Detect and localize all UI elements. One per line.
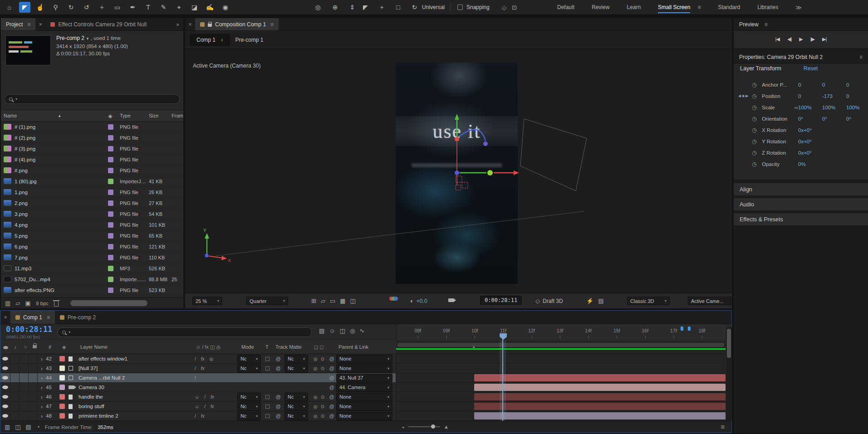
track-matte-dropdown[interactable]: Nc▾	[284, 402, 308, 411]
stopwatch-icon[interactable]: ◷	[752, 93, 762, 99]
workspace-menu-icon[interactable]: ≡	[697, 4, 701, 10]
composition-mini-flowchart-icon[interactable]: ▤	[319, 328, 324, 334]
column-mode[interactable]: Mode	[241, 344, 254, 350]
rectangle-tool[interactable]: ▭	[112, 2, 123, 13]
parent-dropdown[interactable]: 44. Camera▾	[336, 383, 392, 392]
matte-invert-toggle-icon[interactable]: ⊙	[321, 366, 324, 371]
solo-toggle[interactable]	[20, 411, 29, 420]
parent-pick-whip-icon[interactable]: @	[327, 413, 336, 419]
tab-overflow-icon[interactable]: »	[172, 18, 183, 30]
label-column-icon[interactable]: ◈	[108, 113, 120, 119]
matte-pick-whip-icon[interactable]: @	[274, 356, 283, 361]
playhead-head[interactable]	[500, 333, 507, 340]
step-forward-button[interactable]: |▶	[810, 36, 814, 42]
switch-fx-icon[interactable]: fx	[211, 395, 214, 400]
mode-dropdown[interactable]: Nc▾	[237, 355, 261, 363]
timeline-vertical-scrollbar[interactable]	[726, 327, 732, 421]
column-type[interactable]: Type	[120, 113, 149, 118]
layer-duration-bar[interactable]	[474, 374, 726, 381]
project-item-row[interactable]: 1.pngPNG file26 KB	[1, 187, 183, 198]
layer-label-chip[interactable]	[59, 385, 65, 390]
layer-expand-chevron[interactable]: ›	[38, 365, 46, 372]
toggle-transfer-controls-pane-icon[interactable]: ◫	[15, 424, 20, 430]
video-toggle[interactable]	[0, 373, 10, 382]
workspace-libraries[interactable]: Libraries	[757, 0, 778, 15]
ruler-tick[interactable]: 13f	[557, 328, 564, 333]
chevron-down-icon[interactable]: ▾	[69, 330, 70, 334]
toggle-mask-path-visibility-icon[interactable]: ▱	[321, 298, 325, 304]
property-value[interactable]: 0°	[822, 116, 846, 122]
breadcrumb-parent-comp[interactable]: Pre-comp 1	[235, 37, 263, 43]
show-channel-icon[interactable]	[389, 297, 396, 301]
solo-toggle[interactable]	[20, 383, 29, 392]
project-item-row[interactable]: 4.pngPNG file101 KB	[1, 219, 183, 230]
layer-duration-bar[interactable]	[474, 412, 726, 419]
hide-shy-layers-icon[interactable]: ☺	[329, 328, 335, 334]
preserve-transparency-toggle[interactable]	[265, 357, 270, 361]
keyframe-diamond-icon[interactable]: ◆	[742, 94, 745, 98]
project-item-row[interactable]: 11.mp3MP3526 KB	[1, 263, 183, 274]
property-value[interactable]: 0°	[846, 116, 868, 122]
track-matte-dropdown[interactable]: Nc▾	[284, 393, 308, 401]
switch-motion-blur-icon[interactable]: ◎	[210, 356, 214, 361]
parent-dropdown[interactable]: None▾	[336, 412, 392, 420]
tab-composition[interactable]: Composition Comp 1 ≡	[195, 18, 279, 30]
property-value[interactable]: 0	[798, 93, 822, 99]
roto-brush-tool[interactable]: ✍	[204, 2, 216, 13]
panel-menu-icon[interactable]: ≡	[47, 314, 50, 321]
file-name[interactable]: 1 (80).jpg	[15, 179, 108, 184]
graph-row[interactable]	[396, 373, 726, 383]
layer-name[interactable]: after effects window1	[78, 356, 192, 361]
video-toggle[interactable]	[0, 411, 10, 420]
type-tool[interactable]: T	[142, 2, 154, 13]
switch-quality-icon[interactable]: /	[195, 366, 196, 371]
layer-duration-bar[interactable]	[474, 384, 726, 391]
matte-invert-toggle-icon[interactable]: ⊙	[321, 356, 324, 361]
project-item-row[interactable]: after effects.PNGPNG file523 KB	[1, 285, 183, 296]
stopwatch-icon[interactable]: ◷	[752, 150, 762, 156]
horizontal-scrollbar[interactable]	[70, 300, 147, 306]
parent-pick-whip-icon[interactable]: @	[327, 356, 336, 361]
layer-expand-chevron[interactable]: ›	[38, 375, 46, 381]
snap-option-edges-icon[interactable]: ◇	[502, 5, 506, 10]
switch-quality-icon[interactable]: /	[195, 414, 196, 419]
layer-switches[interactable]: ☺/fx	[192, 404, 237, 409]
section-align[interactable]: Align	[734, 183, 868, 195]
parent-pick-whip-icon[interactable]: @	[327, 375, 336, 380]
switch-quality-icon[interactable]: /	[204, 404, 206, 409]
transform-group-label[interactable]: Layer Transform	[740, 65, 781, 72]
composition-viewer[interactable]: Active Camera (Camera 30) use it	[185, 49, 732, 293]
layer-duration-bar[interactable]	[474, 393, 726, 400]
zoom-out-icon[interactable]: ▲	[402, 425, 405, 429]
property-value[interactable]: 100%	[822, 105, 846, 110]
preserve-transparency-toggle[interactable]	[265, 414, 270, 418]
hand-tool[interactable]: ☝	[34, 2, 46, 13]
renderer-dropdown[interactable]: Classic 3D▾	[627, 297, 670, 305]
timeline-layer-row[interactable]: ›42after effects window1/fx◎Nc▾@Nc▾◎⊙@No…	[0, 354, 396, 364]
property-value[interactable]: 0	[846, 93, 868, 99]
graph-editor-icon[interactable]: ∿	[359, 328, 364, 334]
label-color-chip[interactable]	[108, 222, 113, 228]
project-item-row[interactable]: 1 (80).jpgImporterJPEG41 KB	[1, 176, 183, 187]
layer-name[interactable]: [Null 37]	[78, 366, 192, 371]
footage-name[interactable]: Pre-comp 2	[56, 35, 84, 41]
layer-label-chip[interactable]	[59, 366, 65, 371]
preview-header[interactable]: Preview ≡	[734, 18, 868, 31]
solo-toggle[interactable]	[20, 402, 29, 411]
snapping-checkbox[interactable]	[457, 5, 463, 10]
frame-blending-icon[interactable]: ◫	[340, 328, 345, 334]
workspace-overflow-icon[interactable]: ≫	[795, 4, 802, 11]
position-gizmo-tool[interactable]: +	[376, 2, 387, 13]
stopwatch-icon[interactable]: ◷	[752, 127, 762, 133]
file-name[interactable]: 1.png	[15, 190, 108, 195]
file-name[interactable]: # (1).png	[15, 124, 108, 130]
tab-comp-1[interactable]: Comp 1 ≡	[10, 311, 55, 324]
matte-pick-whip-icon[interactable]: @	[274, 404, 283, 409]
ruler-tick[interactable]: 17f	[670, 328, 677, 333]
close-tab-icon[interactable]: ×	[0, 311, 10, 324]
column-size[interactable]: Size	[149, 113, 172, 118]
matte-pick-whip-icon[interactable]: @	[274, 413, 283, 419]
file-name[interactable]: 5.png	[15, 233, 108, 239]
track-matte-dropdown[interactable]: Nc▾	[284, 364, 308, 373]
matte-alpha-toggle-icon[interactable]: ◎	[314, 414, 318, 419]
